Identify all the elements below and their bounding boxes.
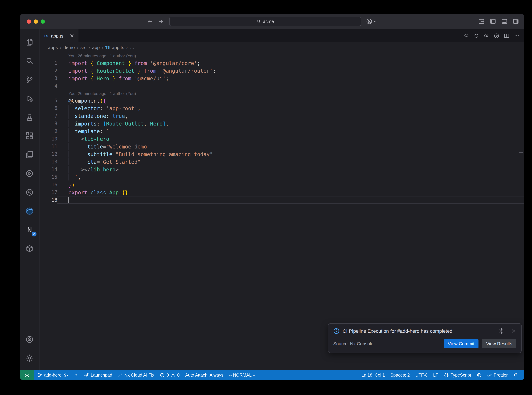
notification-button-view-results[interactable]: View Results xyxy=(482,339,516,348)
indent-guide xyxy=(75,158,75,165)
activity-item-package-explorer[interactable] xyxy=(20,239,39,258)
line-content[interactable]: You, 26 minutes ago | 1 author (You) xyxy=(57,52,524,59)
activity-item-explorer[interactable] xyxy=(20,33,39,51)
line-content[interactable]: import { Component } from '@angular/core… xyxy=(57,59,524,67)
circle-icon[interactable] xyxy=(474,33,479,38)
activity-item-source-control[interactable] xyxy=(20,70,39,89)
status-launchpad[interactable]: Launchpad xyxy=(81,370,115,380)
code-token: "Build something amazing today" xyxy=(116,151,213,158)
line-content[interactable]: @Component({ xyxy=(57,97,524,104)
breadcrumb-item[interactable]: src xyxy=(81,45,86,50)
rocket-icon xyxy=(84,373,89,378)
status-vim-mode[interactable]: -- NORMAL -- xyxy=(226,370,258,380)
notification-close-icon[interactable] xyxy=(511,328,516,334)
line-content[interactable]: subtitle="Build something amazing today" xyxy=(57,150,524,158)
line-content[interactable]: title="Welcmoe demo" xyxy=(57,143,524,150)
line-number: 1 xyxy=(40,59,57,67)
more-actions-icon[interactable] xyxy=(514,33,520,38)
activity-item-testing[interactable] xyxy=(20,108,39,126)
status-label: Ln 18, Col 1 xyxy=(361,373,385,378)
status-auto-attach[interactable]: Auto Attach: Always xyxy=(183,370,226,380)
minimize-window-button[interactable] xyxy=(34,19,38,23)
status-notifications-bell[interactable] xyxy=(511,370,521,380)
search-icon xyxy=(256,19,261,24)
status-problems[interactable]: 00 xyxy=(157,370,183,380)
traffic-lights xyxy=(27,19,45,23)
toggle-sidebar-right-icon[interactable] xyxy=(513,18,519,24)
code-token: 'app-root' xyxy=(106,105,138,112)
status-encoding[interactable]: UTF-8 xyxy=(413,370,430,380)
status-eol[interactable]: LF xyxy=(430,370,441,380)
line-content[interactable]: import { RouterOutlet } from '@angular/r… xyxy=(57,67,524,74)
activity-item-code-search[interactable] xyxy=(20,183,39,202)
go-next-reference-icon[interactable] xyxy=(484,33,489,38)
line-content[interactable]: export class App {} xyxy=(57,188,524,196)
status-language-mode[interactable]: {}TypeScript xyxy=(441,370,474,380)
customize-layout-icon[interactable] xyxy=(478,18,484,24)
activity-item-run-target[interactable] xyxy=(20,164,39,183)
activity-item-editor-copies[interactable] xyxy=(20,145,39,164)
status-nx-cloud-ai-fix[interactable]: Nx Cloud AI Fix xyxy=(115,370,157,380)
toggle-panel-icon[interactable] xyxy=(501,18,507,24)
line-content[interactable]: ></lib-hero> xyxy=(57,165,524,173)
code-line: 1import { Component } from '@angular/cor… xyxy=(40,59,524,67)
breadcrumb-item[interactable]: app xyxy=(92,45,100,50)
activity-item-search[interactable] xyxy=(20,51,39,70)
line-content[interactable]: You, 26 minutes ago | 1 author (You) xyxy=(57,90,524,97)
breadcrumb-item[interactable]: apps xyxy=(48,45,58,50)
zoom-window-button[interactable] xyxy=(41,19,45,23)
run-file-icon[interactable] xyxy=(494,33,499,38)
code-token: { xyxy=(90,76,97,82)
account-menu[interactable] xyxy=(366,18,376,24)
tab-app-ts[interactable]: TS app.ts xyxy=(40,29,79,42)
status-sparkle-action[interactable] xyxy=(71,370,81,380)
line-content[interactable]: template: ` xyxy=(57,127,524,135)
line-content[interactable]: cta="Get Started" xyxy=(57,158,524,165)
breadcrumb-file[interactable]: app.ts xyxy=(112,45,124,50)
close-window-button[interactable] xyxy=(27,19,31,23)
breadcrumb-symbol[interactable]: … xyxy=(130,45,134,50)
line-content[interactable]: `, xyxy=(57,173,524,181)
line-content[interactable]: imports: [RouterOutlet, Hero], xyxy=(57,120,524,127)
tab-bar: TS app.ts xyxy=(40,29,524,42)
code-token: class xyxy=(90,190,109,196)
line-content[interactable]: }) xyxy=(57,181,524,188)
notification-settings-icon[interactable] xyxy=(499,328,504,334)
line-number: 7 xyxy=(40,112,57,120)
activity-item-extensions[interactable] xyxy=(20,126,39,145)
toggle-sidebar-left-icon[interactable] xyxy=(490,18,496,24)
code-editor[interactable]: You, 26 minutes ago | 1 author (You)1imp… xyxy=(40,52,524,370)
navigate-back-icon[interactable] xyxy=(147,19,152,24)
status-prettier[interactable]: Prettier xyxy=(484,370,511,380)
activity-item-run-debug[interactable] xyxy=(20,89,39,108)
line-number: 12 xyxy=(40,150,57,158)
status-feedback[interactable] xyxy=(474,370,484,380)
command-center-search[interactable]: acme xyxy=(169,17,361,26)
line-content[interactable]: import { Hero } from '@acme/ui'; xyxy=(57,74,524,82)
close-tab-icon[interactable] xyxy=(70,33,74,38)
line-content[interactable] xyxy=(57,82,524,90)
status-indentation[interactable]: Spaces: 2 xyxy=(388,370,413,380)
notification-button-view-commit[interactable]: View Commit xyxy=(444,339,479,348)
activity-item-nx-console[interactable]: N2 xyxy=(20,220,39,239)
activity-item-accounts[interactable] xyxy=(20,330,39,349)
line-content[interactable]: standalone: true, xyxy=(57,112,524,120)
status-cursor-position[interactable]: Ln 18, Col 1 xyxy=(359,370,388,380)
line-number: 3 xyxy=(40,74,57,82)
code-token: import xyxy=(69,76,90,82)
line-content[interactable] xyxy=(57,196,524,204)
code-line: 18 xyxy=(40,196,524,204)
activity-item-settings[interactable] xyxy=(20,349,39,368)
status-remote[interactable] xyxy=(20,370,34,380)
code-token: from xyxy=(140,68,159,74)
code-token: from xyxy=(131,60,150,66)
breadcrumb-item[interactable]: demo xyxy=(63,45,75,50)
split-editor-icon[interactable] xyxy=(504,33,509,38)
status-branch[interactable]: add-hero xyxy=(35,370,71,380)
code-line: 9 template: ` xyxy=(40,127,524,135)
navigate-forward-icon[interactable] xyxy=(158,19,163,24)
line-content[interactable]: <lib-hero xyxy=(57,135,524,143)
activity-item-browser-preview[interactable] xyxy=(20,202,39,220)
line-content[interactable]: selector: 'app-root', xyxy=(57,104,524,112)
go-previous-reference-icon[interactable] xyxy=(463,33,469,38)
